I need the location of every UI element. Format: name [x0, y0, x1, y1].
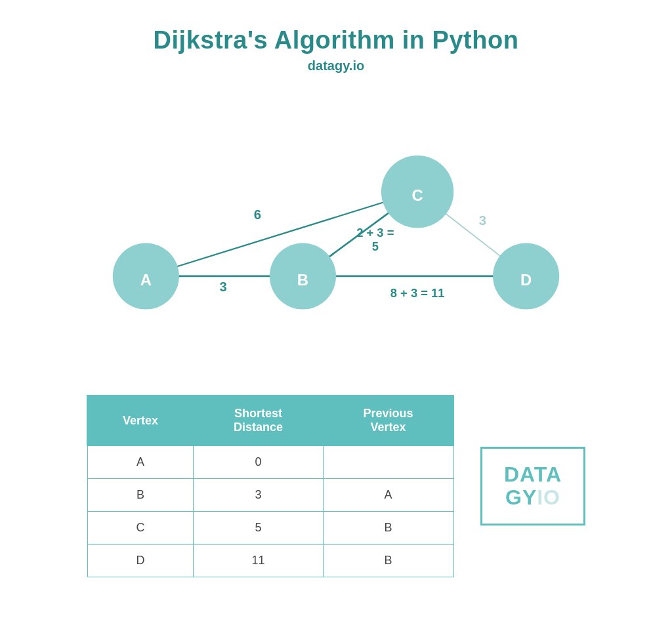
col-header-vertex: Vertex: [87, 396, 194, 445]
logo-box: DATAGYIO: [480, 447, 585, 526]
edge-label-ab: 3: [219, 279, 226, 294]
cell-vertex: B: [87, 479, 194, 512]
logo-gy: GY: [505, 485, 537, 509]
table-header-row: Vertex ShortestDistance PreviousVertex: [87, 396, 453, 445]
table-body: A0B3AC5BD11B: [87, 445, 453, 577]
cell-distance: 5: [194, 512, 323, 545]
logo-text: DATAGYIO: [504, 463, 562, 509]
bottom-area: Vertex ShortestDistance PreviousVertex A…: [87, 395, 585, 577]
table-container: Vertex ShortestDistance PreviousVertex A…: [87, 395, 454, 577]
edge-label-bd: 8 + 3 = 11: [390, 286, 445, 300]
node-c-label: C: [412, 186, 423, 204]
page-container: Dijkstra's Algorithm in Python datagy.io…: [0, 0, 672, 639]
edge-label-cd: 3: [479, 213, 486, 228]
logo-io: IO: [537, 485, 560, 509]
cell-distance: 0: [194, 445, 323, 479]
cell-vertex: D: [87, 545, 194, 577]
cell-distance: 11: [194, 545, 323, 577]
table-row: A0: [87, 445, 453, 479]
edge-label-bc2: 5: [372, 239, 379, 253]
dijkstra-table: Vertex ShortestDistance PreviousVertex A…: [87, 395, 454, 577]
page-title: Dijkstra's Algorithm in Python: [154, 26, 519, 54]
edge-label-bc: 2 + 3 =: [356, 226, 394, 239]
col-header-previous: PreviousVertex: [323, 396, 453, 445]
node-a-label: A: [140, 271, 152, 289]
col-header-distance: ShortestDistance: [194, 396, 323, 445]
edge-label-ac: 6: [254, 207, 261, 222]
graph-area: 3 6 2 + 3 = 5 8 + 3 = 11 3 A B C D: [74, 93, 598, 369]
cell-previous: B: [323, 545, 453, 577]
page-subtitle: datagy.io: [308, 58, 364, 73]
node-d-label: D: [520, 271, 532, 289]
cell-previous: B: [323, 512, 453, 545]
table-row: D11B: [87, 545, 453, 577]
node-b-label: B: [297, 271, 308, 289]
logo-data: DATA: [504, 463, 562, 486]
cell-vertex: C: [87, 512, 194, 545]
graph-svg: 3 6 2 + 3 = 5 8 + 3 = 11 3 A B C D: [74, 93, 598, 369]
table-row: C5B: [87, 512, 453, 545]
table-row: B3A: [87, 479, 453, 512]
cell-previous: [323, 445, 453, 479]
cell-distance: 3: [194, 479, 323, 512]
cell-vertex: A: [87, 445, 194, 479]
cell-previous: A: [323, 479, 453, 512]
